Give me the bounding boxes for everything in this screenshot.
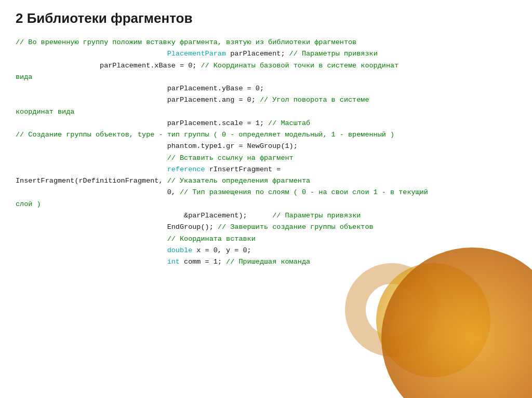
- code-line-12: 0, // Тип размещения по слоям ( 0 - на с…: [16, 188, 428, 208]
- code-line-10: reference rInsertFragment =: [16, 166, 281, 173]
- code-line-6: parPlacement.scale = 1; // Масштаб: [16, 119, 310, 127]
- code-line-17: int comm = 1; // Пришедшая команда: [16, 258, 310, 266]
- code-line-3: parPlacement.xBase = 0; // Координаты ба…: [16, 62, 398, 81]
- code-line-5: parPlacement.ang = 0; // Угол поворота в…: [16, 96, 369, 115]
- code-block: // Во временную группу положим вставку ф…: [16, 37, 516, 268]
- code-line-7: // Создание группы объектов, type - тип …: [16, 131, 394, 139]
- code-line-13: &parPlacement); // Параметры привязки: [16, 212, 361, 219]
- page-title: 2 Библиотеки фрагментов: [16, 10, 516, 26]
- code-line-2: PlacementParam parPlacement; // Параметр…: [16, 50, 378, 58]
- code-line-15: // Координата вставки: [16, 235, 256, 243]
- code-line-11: InsertFragment(rDefinitionFragment, // У…: [16, 177, 310, 185]
- code-line-1: // Во временную группу положим вставку ф…: [16, 38, 356, 46]
- code-line-9: // Вставить ссылку на фрагмент: [16, 154, 294, 162]
- bg-circle-yellow: [376, 263, 490, 377]
- page-content: 2 Библиотеки фрагментов // Во временную …: [0, 0, 532, 278]
- code-line-8: phantom.type1.gr = NewGroup(1);: [16, 142, 298, 150]
- code-line-4: parPlacement.yBase = 0;: [16, 85, 264, 92]
- code-line-16: double x = 0, y = 0;: [16, 246, 251, 254]
- code-line-14: EndGroup(); // Завершить создание группы…: [16, 223, 374, 231]
